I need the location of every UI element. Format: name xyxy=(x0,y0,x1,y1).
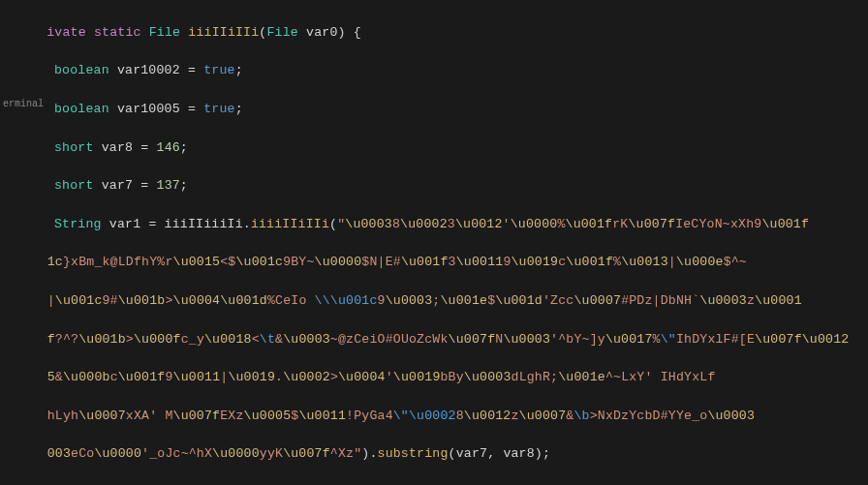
code-line: \u0000hLyh\u0007xXA' M\u007fEXz\u0005$\u… xyxy=(0,407,865,426)
code-line: {xK\u0003eCo\u0000'_oJc~^hX\u0000yyK\u00… xyxy=(0,444,865,464)
code-line: y\u0005&\u000bc\u001f9\u0011|\u0019.\u00… xyxy=(0,368,865,387)
code-line: private static File iiiIIiIIi(File var0)… xyxy=(0,23,865,43)
terminal-tab-label[interactable]: erminal xyxy=(3,97,44,111)
code-line: boolean var10002 = true; xyxy=(0,61,865,80)
code-line: short var7 = 137; xyxy=(0,176,865,196)
code-line: r5\u001c}xBm_k@LDfhY%r\u0015<$\u001c9BY~… xyxy=(0,253,865,272)
code-editor[interactable]: private static File iiiIIiIIi(File var0)… xyxy=(0,0,865,485)
code-line: short var8 = 146; xyxy=(0,138,865,158)
code-line: boolean var10005 = true; xyxy=(0,100,865,119)
code-line: String var1 = iiiIIiiiIi.iiiiIIiIIi("\u0… xyxy=(0,215,865,234)
activity-bar: erminal xyxy=(0,0,46,485)
code-line: \u000f?^?\u001b>\u000fc_y\u0018<\t&\u000… xyxy=(0,330,865,349)
code-line: \u0002|\u001c9#\u001b>\u0004\u001d%CeIo … xyxy=(0,291,865,311)
